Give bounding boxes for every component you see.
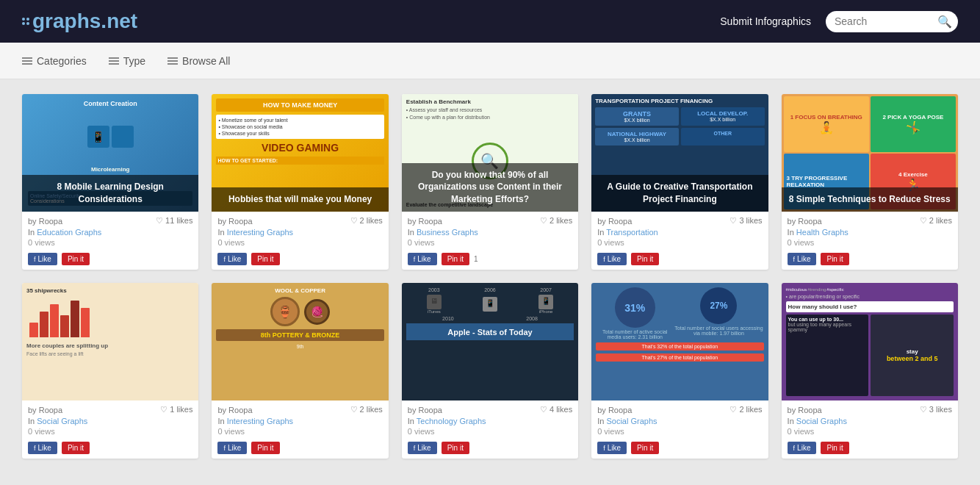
card-info-4: by Roopa ♡ 3 likes In Transportation 0 v… [591,212,768,250]
card-category-link-4[interactable]: Transportation [606,228,658,237]
like-button-6[interactable]: f Like [28,442,57,454]
card-info-3: by Roopa ♡ 2 likes In Business Graphs 0 … [402,212,578,250]
nav-item-browse-all[interactable]: Browse All [167,55,230,67]
card-info-1: by Roopa ♡ 11 likes In Education Graphs … [22,212,198,250]
logo-main: graphs. [32,10,107,32]
like-button-5[interactable]: f Like [788,253,817,265]
card-author-1: by Roopa [28,217,62,226]
card-meta-8: by Roopa ♡ 4 likes [408,405,572,414]
card-likes-1: ♡ 11 likes [156,216,192,226]
card-category-1: In Education Graphs [28,228,192,237]
nav-item-categories[interactable]: Categories [22,55,87,67]
like-button-3[interactable]: f Like [408,253,437,265]
card-category-link-7[interactable]: Interesting Graphs [227,417,294,425]
card-category-link-2[interactable]: Interesting Graphs [227,228,294,237]
pin-button-7[interactable]: Pin it [251,442,279,454]
card-image-3[interactable]: Establish a Benchmark • Assess your staf… [402,94,578,212]
logo-accent: net [107,10,137,32]
card-category-6: In Social Graphs [28,417,192,425]
site-header: graphs.net Submit Infographics 🔍 [0,0,980,43]
card-image-4[interactable]: Transportation Project Financing GRANTS … [591,94,768,212]
card-info-9: by Roopa ♡ 2 likes In Social Graphs 0 vi… [591,400,768,439]
card-category-link-8[interactable]: Technology Graphs [417,417,486,425]
pin-button-4[interactable]: Pin it [631,253,659,265]
card-views-8: 0 views [408,427,572,436]
card-category-link-6[interactable]: Social Graphs [37,417,87,425]
card-actions-5: f Like Pin it [782,250,958,270]
card-info-8: by Roopa ♡ 4 likes In Technology Graphs … [402,400,578,439]
card-image-7[interactable]: WOOL & COPPER 🏺 🧶 8th POTTERY & BRONZE 9… [212,283,388,400]
navbar: Categories Type Browse All [0,43,980,79]
card-category-link-9[interactable]: Social Graphs [606,417,657,425]
card-likes-4: ♡ 3 likes [729,216,762,226]
card-category-link-5[interactable]: Health Graphs [796,228,849,237]
card-category-4: In Transportation [597,228,762,237]
card-mobile-learning: Content Creation 📱 Microlearning Online … [22,94,198,270]
card-category-link-10[interactable]: Social Graphs [796,417,847,425]
card-image-6[interactable]: 35 shipwrecks More couples are splitting… [22,283,198,400]
card-actions-4: f Like Pin it [591,250,768,270]
card-category-link-1[interactable]: Education Graphs [37,228,101,237]
menu-icon [22,57,32,65]
card-image-5[interactable]: 1 FOCUS ON BREATHING 🧘 2 PICK A YOGA POS… [782,94,958,212]
pin-button-10[interactable]: Pin it [821,442,849,454]
nav-label-browse-all: Browse All [182,55,230,67]
submit-link[interactable]: Submit Infographics [720,15,811,27]
card-meta-6: by Roopa ♡ 1 likes [28,405,192,414]
card-meta-1: by Roopa ♡ 11 likes [28,216,192,226]
card-meta-5: by Roopa ♡ 2 likes [788,216,952,226]
card-info-7: by Roopa ♡ 2 likes In Interesting Graphs… [212,400,388,439]
like-button-7[interactable]: f Like [217,442,247,454]
card-info-6: by Roopa ♡ 1 likes In Social Graphs 0 vi… [22,400,198,439]
card-image-9[interactable]: 31% Total number of active social media … [591,283,768,400]
card-title-3: Do you know that 90% of all Organization… [418,170,562,205]
card-image-2[interactable]: HOW TO MAKE MONEY • Monetize some of you… [212,94,388,212]
card-actions-2: f Like Pin it [212,250,388,270]
card-views-4: 0 views [597,238,762,247]
card-meta-4: by Roopa ♡ 3 likes [597,216,762,226]
card-actions-1: f Like Pin it [22,250,198,270]
card-category-8: In Technology Graphs [408,417,572,425]
like-button-2[interactable]: f Like [217,253,247,265]
pin-button-2[interactable]: Pin it [251,253,279,265]
like-button-10[interactable]: f Like [788,442,817,454]
pin-button-8[interactable]: Pin it [442,442,469,454]
search-input[interactable] [835,15,937,27]
pin-button-1[interactable]: Pin it [62,253,90,265]
pin-button-3[interactable]: Pin it [442,253,469,265]
pin-button-9[interactable]: Pin it [631,442,659,454]
logo[interactable]: graphs.net [22,10,137,33]
nav-item-type[interactable]: Type [109,55,145,67]
card-views-5: 0 views [788,238,952,247]
card-image-1[interactable]: Content Creation 📱 Microlearning Online … [22,94,198,212]
card-reduce-stress: 1 FOCUS ON BREATHING 🧘 2 PICK A YOGA POS… [782,94,958,270]
card-category-5: In Health Graphs [788,228,952,237]
card-title-2: Hobbies that will make you Money [228,194,372,204]
card-likes-9: ♡ 2 likes [729,405,762,414]
card-author-6: by Roopa [28,406,62,414]
like-button-4[interactable]: f Like [597,253,627,265]
card-actions-7: f Like Pin it [212,439,388,459]
like-button-9[interactable]: f Like [597,442,627,454]
like-button-1[interactable]: f Like [28,253,57,265]
card-actions-6: f Like Pin it [22,439,198,459]
card-category-7: In Interesting Graphs [217,417,382,425]
card-title-5: 8 Simple Techniques to Reduce Stress [789,194,951,204]
like-button-8[interactable]: f Like [408,442,437,454]
card-views-2: 0 views [217,238,382,247]
card-likes-10: ♡ 3 likes [920,405,952,414]
card-overlay-4: A Guide to Creative Transportation Proje… [591,175,768,212]
card-meta-3: by Roopa ♡ 2 likes [408,216,572,226]
cards-grid-row2: 35 shipwrecks More couples are splitting… [22,283,958,459]
card-category-link-3[interactable]: Business Graphs [417,228,478,237]
pin-button-5[interactable]: Pin it [821,253,849,265]
card-overlay-1: 8 Mobile Learning Design Considerations [22,175,198,212]
card-meta-10: by Roopa ♡ 3 likes [788,405,952,414]
card-image-8[interactable]: 200320062007 🖥 iTunes 📱 [402,283,578,400]
card-views-9: 0 views [597,427,762,436]
card-image-10[interactable]: #ridiculous #trending #specific • are po… [782,283,958,400]
card-wool-copper: WOOL & COPPER 🏺 🧶 8th POTTERY & BRONZE 9… [212,283,388,459]
pin-button-6[interactable]: Pin it [62,442,90,454]
card-overlay-3: Do you know that 90% of all Organization… [402,163,578,212]
search-icon[interactable]: 🔍 [937,15,952,29]
